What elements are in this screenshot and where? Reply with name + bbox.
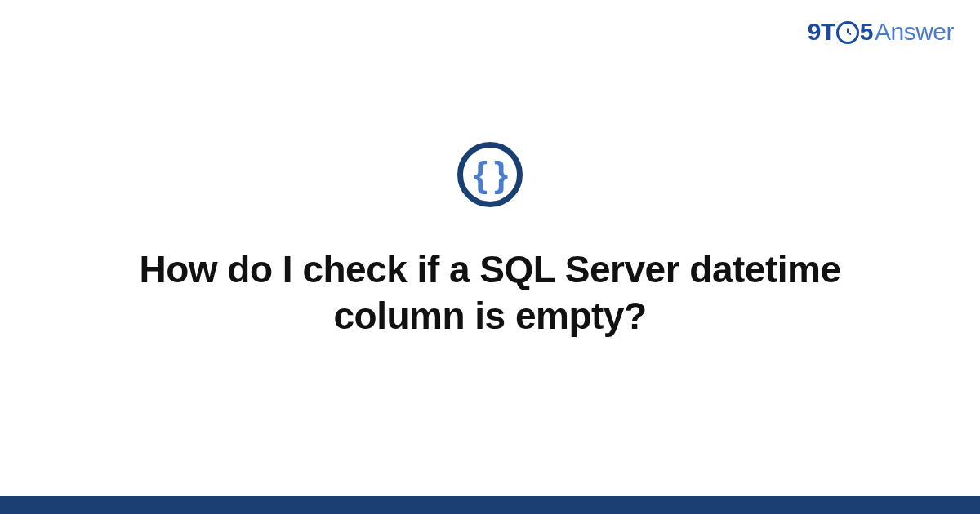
main-content: { } How do I check if a SQL Server datet… bbox=[0, 0, 980, 514]
question-title: How do I check if a SQL Server datetime … bbox=[90, 246, 890, 340]
code-braces-icon: { } bbox=[457, 142, 523, 207]
braces-glyph: { } bbox=[474, 157, 506, 193]
footer-bar bbox=[0, 496, 980, 514]
